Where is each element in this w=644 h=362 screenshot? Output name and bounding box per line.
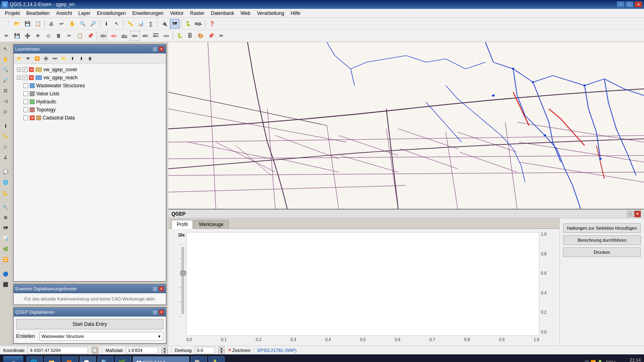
delete-selected-button[interactable]: 🗑: [54, 31, 64, 41]
label-tool-1[interactable]: abc: [99, 31, 108, 41]
tool-plugins-1[interactable]: 🔧: [1, 202, 10, 212]
massstab-up-button[interactable]: ▲: [161, 347, 168, 350]
measure-button[interactable]: 📏: [125, 19, 135, 29]
menu-web[interactable]: Web: [237, 10, 254, 17]
tool-plugins-6[interactable]: 🔀: [1, 255, 10, 264]
menu-hilfe[interactable]: Hilfe: [287, 10, 303, 17]
save-button[interactable]: 💾: [23, 19, 32, 29]
taskbar-app-search[interactable]: 🔍: [97, 356, 114, 362]
taskbar-app-firefox[interactable]: 🦊: [62, 356, 78, 362]
menu-raster[interactable]: Raster: [187, 10, 207, 17]
cut-features-button[interactable]: ✂: [64, 31, 74, 41]
new-button[interactable]: 📄: [2, 19, 11, 29]
layer-item-hydraulic[interactable]: Hydraulic: [15, 98, 164, 106]
zoom-in-button[interactable]: 🔍: [78, 19, 87, 29]
tool-annotation[interactable]: 💬: [1, 167, 10, 177]
taskbar-app-explorer[interactable]: 📁: [44, 356, 60, 362]
layer-down-button[interactable]: ⬇: [77, 55, 85, 63]
tool-svg-annotation[interactable]: 📐: [1, 188, 10, 197]
qgep-panel-expand[interactable]: □: [627, 211, 634, 217]
menu-verarbeitung[interactable]: Verarbeitung: [254, 10, 287, 17]
checkbox-cover[interactable]: [23, 67, 27, 72]
tool-plugins-4[interactable]: 📊: [1, 234, 10, 243]
chart-slider-thumb[interactable]: [180, 271, 186, 276]
menu-bearbeiten[interactable]: Bearbeiten: [23, 10, 53, 17]
qgep-digitize-close[interactable]: ✕: [159, 309, 164, 315]
tool-plugins-5[interactable]: 🌿: [1, 244, 10, 254]
snap-button[interactable]: 📌: [206, 31, 216, 41]
map-area[interactable]: [168, 42, 644, 209]
taskbar-app-leaf[interactable]: 🌿: [115, 356, 131, 362]
tool-back[interactable]: ◁: [1, 96, 10, 106]
print-button-qgep[interactable]: Drucken: [563, 247, 641, 257]
add-feature-button[interactable]: ➕: [23, 31, 32, 41]
save-edits-button[interactable]: 💾: [12, 31, 22, 41]
tool-plugins-2[interactable]: ⚙: [1, 213, 10, 222]
menu-einstellungen[interactable]: Einstellungen: [94, 10, 129, 17]
checkbox-wastewater[interactable]: [23, 83, 28, 88]
drehung-down-button[interactable]: ▼: [218, 350, 225, 354]
layer-window-close[interactable]: ✕: [159, 46, 164, 52]
tab-werkzeuge[interactable]: Werkzeuge: [194, 220, 228, 228]
menu-ansicht[interactable]: Ansicht: [53, 10, 75, 17]
digitize-2-button[interactable]: ✏: [217, 31, 226, 41]
taskbar-app-ie[interactable]: 🌐: [27, 356, 43, 362]
create-select[interactable]: Wastewater Structure ▼: [39, 332, 163, 341]
layer-filter-button[interactable]: 🔽: [33, 55, 41, 63]
open-button[interactable]: 📂: [12, 19, 22, 29]
attribute-table-button[interactable]: 📊: [136, 19, 145, 29]
menu-vektor[interactable]: Vektor: [167, 10, 187, 17]
db-manager-button[interactable]: 🗄: [185, 31, 195, 41]
move-feature-button[interactable]: ✛: [33, 31, 43, 41]
massstab-down-button[interactable]: ▼: [161, 350, 168, 354]
layer-item-wastewater-structures[interactable]: Wastewater Structures: [15, 82, 164, 90]
label-tool-6[interactable]: abc: [151, 31, 161, 41]
sql-button[interactable]: SQL: [194, 19, 203, 29]
tool-forward[interactable]: ▷: [1, 107, 10, 116]
expand-icon-cover[interactable]: +: [17, 68, 21, 72]
taskbar-app-python[interactable]: 🐍: [208, 356, 225, 362]
layer-item-cadastral-data[interactable]: ✕ Cadastral Data: [15, 114, 164, 122]
start-data-entry-button[interactable]: Start Data Entry: [16, 319, 163, 329]
tool-zoom-full[interactable]: ⊡: [1, 86, 10, 95]
layer-remove-button[interactable]: ➖: [51, 55, 59, 63]
tool-zoom-in[interactable]: 🔍: [1, 65, 10, 74]
copy-features-button[interactable]: 📋: [75, 31, 85, 41]
undo-button[interactable]: ↩: [57, 19, 66, 29]
active-tool-button[interactable]: 🗺: [170, 19, 180, 29]
tool-qgep-2[interactable]: ⬛: [1, 280, 10, 289]
layer-item-value-lists[interactable]: Value Lists: [15, 90, 164, 98]
tool-html-annotation[interactable]: 🌐: [1, 177, 10, 187]
help-button[interactable]: ❓: [207, 19, 217, 29]
koordinate-input[interactable]: [28, 347, 88, 354]
identify-button[interactable]: ℹ: [101, 19, 111, 29]
pan-button[interactable]: ✋: [67, 19, 77, 29]
select-button[interactable]: ↖: [112, 19, 122, 29]
layer-up-button[interactable]: ⬆: [68, 55, 76, 63]
style-manager-button[interactable]: 🎨: [196, 31, 205, 41]
python-console-button[interactable]: 🐍: [175, 31, 184, 41]
python-button[interactable]: 🐍: [183, 19, 193, 29]
label-tool-2[interactable]: abc: [109, 31, 119, 41]
start-menu-button[interactable]: ⊞: [3, 356, 23, 362]
tab-profil[interactable]: Profil: [171, 220, 193, 229]
qgep-panel-close[interactable]: ✕: [634, 211, 641, 217]
cad-close[interactable]: ✕: [159, 286, 164, 292]
tool-identify[interactable]: ℹ: [1, 121, 10, 131]
checkbox-reach[interactable]: [23, 75, 27, 80]
calculator-button[interactable]: ∑: [146, 19, 156, 29]
plugins-button[interactable]: 🔌: [159, 19, 169, 29]
tool-measure-angle[interactable]: ∠: [1, 152, 10, 162]
layer-add-button[interactable]: ➕: [42, 55, 50, 63]
label-tool-5[interactable]: abc: [140, 31, 150, 41]
add-to-selection-button[interactable]: Haltungen zur Selektion hinzufügen: [563, 223, 641, 233]
layer-toggle-button[interactable]: 👁: [24, 55, 32, 63]
layer-delete-button[interactable]: 🗑: [86, 55, 94, 63]
layer-group-button[interactable]: 📁: [60, 55, 68, 63]
save-as-button[interactable]: 📋: [33, 19, 43, 29]
tool-measure-area[interactable]: □: [1, 142, 10, 152]
maximize-button[interactable]: □: [625, 1, 634, 8]
cad-float[interactable]: □: [152, 286, 158, 292]
tool-pan[interactable]: ✋: [1, 54, 10, 64]
menu-erweiterungen[interactable]: Erweiterungen: [129, 10, 167, 17]
